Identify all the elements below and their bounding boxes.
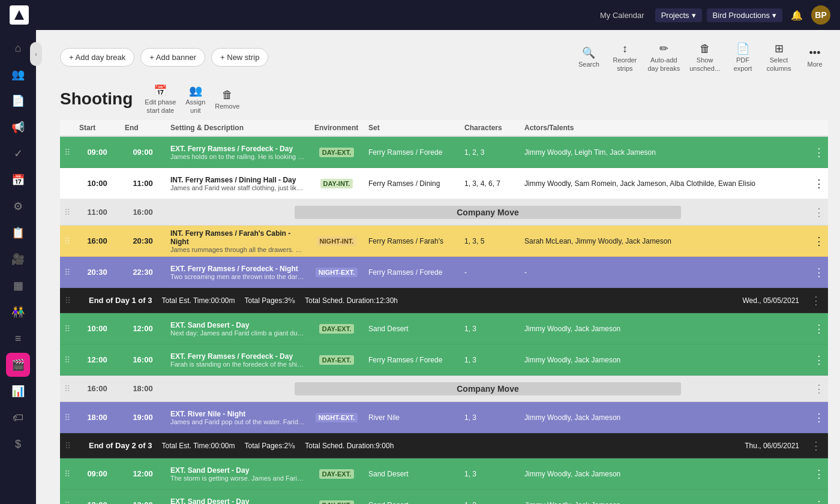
table-row: ⠿ 20:30 22:30 EXT. Ferry Ramses / Forede… — [60, 257, 828, 288]
row-menu-button[interactable]: ⋮ — [810, 177, 828, 190]
row-end-time: 22:30 — [120, 265, 166, 279]
row-environment: NIGHT-INT. — [310, 236, 364, 246]
sidebar-icon-calendar[interactable]: 📅 — [6, 168, 30, 192]
drag-handle[interactable]: ⠿ — [60, 324, 74, 334]
user-avatar[interactable]: BP — [811, 5, 830, 25]
row-menu-button[interactable]: ⋮ — [810, 322, 828, 335]
sidebar-icon-megaphone[interactable]: 📢 — [6, 115, 30, 139]
sidebar-icon-home[interactable]: ⌂ — [6, 36, 30, 60]
app-logo[interactable] — [10, 5, 29, 25]
search-tool-button[interactable]: 🔍 Search — [575, 46, 602, 68]
col-header-start: Start — [74, 124, 120, 132]
row-menu-button[interactable]: ⋮ — [810, 499, 828, 505]
drag-handle[interactable]: ⠿ — [60, 413, 74, 422]
auto-add-button[interactable]: ✏ Auto-add day breaks — [647, 42, 680, 72]
sidebar-icon-grid[interactable]: ▦ — [6, 274, 30, 298]
show-unsched-button[interactable]: 🗑 Show unsched... — [689, 43, 720, 72]
drag-handle[interactable]: ⠿ — [60, 148, 74, 157]
eod-total-est-time: Total Est. Time:00:00m — [161, 442, 235, 450]
add-day-break-button[interactable]: + Add day break — [60, 48, 134, 67]
remove-icon: 🗑 — [222, 89, 233, 101]
sidebar-icon-layers[interactable]: ≡ — [6, 326, 30, 350]
sidebar-icon-camera[interactable]: 🎥 — [6, 247, 30, 271]
drag-handle[interactable]: ⠿ — [60, 236, 74, 246]
eod-date: Thu., 06/05/2021 — [745, 442, 799, 450]
drag-handle[interactable]: ⠿ — [60, 469, 74, 479]
row-actors: Jimmy Woodly, Sam Romein, Jack Jameson, … — [520, 177, 810, 190]
row-environment: DAY-EXT. — [310, 500, 364, 505]
row-set: Ferry Ramses / Dining — [364, 177, 460, 190]
company-move-row: ⠿ 11:00 16:00 Company Move ⋮ — [60, 199, 828, 226]
row-menu-button[interactable]: ⋮ — [810, 266, 828, 279]
new-strip-button[interactable]: + New strip — [211, 48, 268, 67]
add-banner-button[interactable]: + Add banner — [140, 48, 205, 67]
company-move-label: Company Move — [457, 208, 518, 217]
eod-total-sched: Total Sched. Duration:12:30h — [305, 296, 398, 305]
company-move-menu[interactable]: ⋮ — [810, 382, 828, 395]
row-set: River Nile — [364, 411, 460, 424]
row-setting-title: EXT. Sand Desert - Day — [170, 497, 305, 505]
row-actors: Jimmy Woodly, Leigh Tim, Jack Jameson — [520, 146, 810, 159]
eod-total-sched: Total Sched. Duration:9:00h — [305, 442, 394, 450]
company-move-start: 11:00 — [74, 205, 120, 219]
row-setting-description: James holds on to the railing. He is loo… — [170, 153, 305, 160]
row-characters: 1, 3 — [460, 353, 520, 367]
col-header-environment: Environment — [310, 124, 364, 132]
nav-my-calendar[interactable]: My Calendar — [594, 8, 650, 22]
eod-menu-button[interactable]: ⋮ — [809, 439, 823, 452]
row-menu-button[interactable]: ⋮ — [810, 235, 828, 248]
row-setting-title: EXT. Ferry Ramses / Foredeck - Night — [170, 265, 305, 273]
sidebar-icon-users[interactable]: 👥 — [6, 62, 30, 86]
sidebar-icon-report[interactable]: 📊 — [6, 379, 30, 403]
drag-handle[interactable]: ⠿ — [60, 384, 74, 394]
notification-bell[interactable]: 🔔 — [787, 5, 806, 25]
nav-bird-productions[interactable]: Bird Productions ▾ — [707, 8, 782, 22]
sidebar-icon-checklist[interactable]: ✓ — [6, 142, 30, 166]
row-setting-title: EXT. Ferry Ramses / Foredeck - Day — [170, 145, 305, 153]
company-move-menu[interactable]: ⋮ — [810, 206, 828, 219]
drag-handle[interactable]: ⠿ — [60, 208, 74, 217]
row-end-time: 16:00 — [120, 353, 166, 367]
sidebar-icon-dollar[interactable]: $ — [6, 432, 30, 456]
drag-handle[interactable]: ⠿ — [60, 268, 74, 277]
reorder-strips-button[interactable]: ↕ Reorder strips — [611, 43, 638, 72]
eod-label: End of Day 2 of 3 — [89, 441, 152, 450]
sidebar-collapse-button[interactable]: › — [30, 42, 42, 66]
drag-handle[interactable]: ⠿ — [60, 500, 74, 505]
eod-drag-handle[interactable]: ⠿ — [65, 296, 71, 305]
sidebar-icon-people[interactable]: 👫 — [6, 300, 30, 324]
more-icon: ••• — [809, 47, 821, 59]
eod-menu-button[interactable]: ⋮ — [809, 294, 823, 307]
edit-phase-button[interactable]: 📅 Edit phase start date — [145, 84, 176, 114]
nav-projects[interactable]: Projects ▾ — [655, 8, 702, 22]
columns-icon: ⊞ — [775, 42, 784, 55]
eod-drag-handle[interactable]: ⠿ — [65, 441, 71, 451]
toolbar: + Add day break + Add banner + New strip… — [60, 42, 828, 72]
row-start-time: 09:00 — [74, 467, 120, 481]
row-actors: Jimmy Woodly, Jack Jameson — [520, 411, 810, 424]
sidebar-icon-settings[interactable]: ⚙ — [6, 194, 30, 218]
row-start-time: 09:00 — [74, 145, 120, 159]
row-menu-button[interactable]: ⋮ — [810, 411, 828, 424]
more-button[interactable]: ••• More — [802, 47, 828, 68]
row-environment: DAY-EXT. — [310, 324, 364, 334]
assign-unit-button[interactable]: 👥 Assign unit — [185, 84, 205, 114]
remove-section-button[interactable]: 🗑 Remove — [215, 89, 239, 110]
select-columns-button[interactable]: ⊞ Select columns — [766, 42, 792, 72]
company-move-start: 16:00 — [74, 382, 120, 395]
row-set: Ferry Ramses / Forede — [364, 353, 460, 367]
sidebar-icon-stripboard[interactable]: 🎬 — [6, 353, 30, 377]
pdf-export-button[interactable]: 📄 PDF export — [730, 42, 756, 72]
row-menu-button[interactable]: ⋮ — [810, 467, 828, 481]
drag-handle[interactable]: ⠿ — [60, 355, 74, 365]
row-menu-button[interactable]: ⋮ — [810, 353, 828, 367]
sidebar-icon-document[interactable]: 📄 — [6, 89, 30, 113]
row-menu-button[interactable]: ⋮ — [810, 146, 828, 159]
sidebar-icon-badge[interactable]: 🏷 — [6, 406, 30, 430]
eod-total-est-time: Total Est. Time:00:00m — [161, 296, 235, 305]
drag-handle[interactable]: ⠿ — [60, 179, 74, 188]
row-characters: 1, 3, 5 — [460, 235, 520, 248]
row-set: Ferry Ramses / Forede — [364, 146, 460, 159]
eod-total-pages: Total Pages:2⁵⁄₈ — [245, 442, 296, 450]
sidebar-icon-notes[interactable]: 📋 — [6, 221, 30, 245]
